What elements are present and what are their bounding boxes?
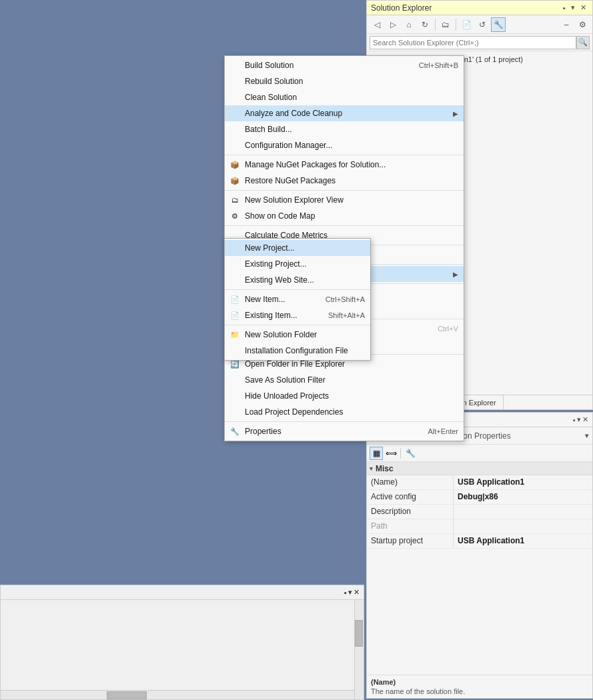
existing-project-label: Existing Project... bbox=[245, 259, 307, 269]
bottom-close[interactable]: ✕ bbox=[354, 588, 360, 597]
home-btn[interactable]: ⌂ bbox=[402, 17, 416, 32]
menu-hide-unloaded[interactable]: Hide Unloaded Projects bbox=[225, 388, 464, 404]
scrollbar-vertical[interactable] bbox=[354, 600, 364, 699]
existing-item-shortcut: Shift+Alt+A bbox=[308, 311, 365, 319]
toolbar-separator bbox=[435, 19, 436, 31]
menu-new-project[interactable]: New Project... bbox=[225, 240, 370, 256]
menu-rebuild-solution[interactable]: Rebuild Solution bbox=[225, 73, 464, 89]
prop-key-startup: Startup project bbox=[367, 534, 454, 548]
add-sep1 bbox=[225, 289, 370, 290]
menu-config-manager[interactable]: Configuration Manager... bbox=[225, 137, 464, 153]
scrollbar-thumb-h bbox=[107, 691, 147, 699]
menu-restore-nuget[interactable]: 📦 Restore NuGet Packages bbox=[225, 173, 464, 189]
menu-load-deps[interactable]: Load Project Dependencies bbox=[225, 404, 464, 420]
solution-explorer-title: Solution Explorer bbox=[371, 3, 432, 13]
close-icon[interactable]: ✕ bbox=[578, 3, 588, 12]
menu-manage-nuget[interactable]: 📦 Manage NuGet Packages for Solution... bbox=[225, 157, 464, 173]
prop-value-path bbox=[454, 519, 592, 533]
solution-explorer-titlebar: Solution Explorer ▪ ▾ ✕ bbox=[367, 1, 592, 15]
titlebar-controls: ▪ ▾ ✕ bbox=[561, 3, 588, 12]
prop-row-startup: Startup project USB Application1 bbox=[367, 534, 592, 549]
config-label: Configuration Manager... bbox=[245, 141, 332, 150]
menu-new-solution-folder[interactable]: 📁 New Solution Folder bbox=[225, 327, 370, 343]
props-footer-desc: The name of the solution file. bbox=[371, 687, 588, 695]
new-item-shortcut: Ctrl+Shift+A bbox=[306, 295, 365, 303]
code-map-label: Show on Code Map bbox=[245, 211, 315, 221]
restore-nuget-icon: 📦 bbox=[229, 175, 241, 187]
existing-website-label: Existing Web Site... bbox=[245, 275, 314, 285]
menu-save-filter[interactable]: Save As Solution Filter bbox=[225, 372, 464, 388]
menu-batch-build[interactable]: Batch Build... bbox=[225, 121, 464, 137]
props-pin-icon[interactable]: ▪ bbox=[573, 416, 576, 424]
props-alpha-btn[interactable]: ⟺ bbox=[384, 447, 398, 460]
sep1 bbox=[225, 155, 464, 155]
prop-value-name: USB Application1 bbox=[454, 475, 592, 489]
menu-new-solution-view[interactable]: 🗂 New Solution Explorer View bbox=[225, 192, 464, 208]
nuget-icon: 📦 bbox=[229, 159, 241, 171]
menu-existing-website[interactable]: Existing Web Site... bbox=[225, 272, 370, 288]
properties-btn[interactable]: 🔧 bbox=[491, 17, 506, 32]
prop-row-name: (Name) USB Application1 bbox=[367, 475, 592, 490]
props-dropdown-arrow[interactable]: ▾ bbox=[585, 432, 588, 439]
prop-value-desc bbox=[454, 505, 592, 519]
search-input[interactable] bbox=[370, 36, 576, 49]
pin-icon[interactable]: ▪ bbox=[561, 4, 568, 12]
existing-item-icon: 📄 bbox=[229, 309, 241, 321]
scrollbar-horizontal[interactable] bbox=[1, 690, 354, 699]
install-config-label: Installation Configuration File bbox=[245, 346, 348, 355]
hide-label: Hide Unloaded Projects bbox=[245, 391, 329, 401]
filter-label: Save As Solution Filter bbox=[245, 375, 326, 385]
new-solution-view-btn[interactable]: 🗂 bbox=[438, 17, 453, 32]
load-label: Load Project Dependencies bbox=[245, 407, 343, 417]
misc-section-label: Misc bbox=[376, 464, 394, 473]
dropdown-icon[interactable]: ▾ bbox=[569, 3, 577, 12]
prop-value-startup: USB Application1 bbox=[454, 534, 592, 548]
prop-row-path: Path bbox=[367, 519, 592, 534]
new-view-label: New Solution Explorer View bbox=[245, 195, 344, 205]
prop-key-path: Path bbox=[367, 519, 454, 533]
refresh-btn[interactable]: ↺ bbox=[475, 17, 490, 32]
prop-row-config: Active config Debug|x86 bbox=[367, 490, 592, 505]
back-btn[interactable]: ◁ bbox=[370, 17, 384, 32]
bottom-panel: . ▪ ▾ ✕ bbox=[0, 585, 364, 700]
menu-existing-project[interactable]: Existing Project... bbox=[225, 256, 370, 272]
props-table: ▾ Misc (Name) USB Application1 Active co… bbox=[367, 462, 592, 675]
bottom-content bbox=[1, 600, 364, 699]
menu-existing-item[interactable]: 📄 Existing Item... Shift+Alt+A bbox=[225, 307, 370, 323]
properties-menu-icon: 🔧 bbox=[229, 425, 241, 437]
props-close-icon[interactable]: ✕ bbox=[582, 415, 588, 424]
menu-new-item[interactable]: 📄 New Item... Ctrl+Shift+A bbox=[225, 291, 370, 307]
props-dropdown-icon[interactable]: ▾ bbox=[577, 415, 581, 424]
restore-nuget-label: Restore NuGet Packages bbox=[245, 176, 336, 185]
scrollbar-thumb-v bbox=[355, 620, 363, 647]
props-grid-btn[interactable]: ▦ bbox=[370, 447, 383, 460]
properties-label: Properties bbox=[245, 427, 281, 436]
titlebar-left: Solution Explorer bbox=[371, 3, 432, 13]
menu-analyze-cleanup[interactable]: Analyze and Code Cleanup ▶ bbox=[225, 105, 464, 121]
search-button[interactable]: 🔍 bbox=[576, 36, 590, 49]
props-pages-btn[interactable]: 🔧 bbox=[404, 447, 417, 460]
rebuild-label: Rebuild Solution bbox=[245, 77, 303, 86]
prop-value-config: Debug|x86 bbox=[454, 490, 592, 504]
new-folder-label: New Solution Folder bbox=[245, 330, 317, 339]
minimize-btn[interactable]: – bbox=[559, 17, 574, 32]
menu-install-config[interactable]: Installation Configuration File bbox=[225, 343, 370, 359]
analyze-label: Analyze and Code Cleanup bbox=[245, 109, 342, 118]
toolbar-separator2 bbox=[456, 19, 456, 31]
sync-btn[interactable]: ↻ bbox=[418, 17, 432, 32]
manage-nuget-label: Manage NuGet Packages for Solution... bbox=[245, 160, 386, 169]
toolbar-right: – ⚙ bbox=[559, 17, 590, 32]
menu-build-solution[interactable]: Build Solution Ctrl+Shift+B bbox=[225, 57, 464, 73]
menu-clean-solution[interactable]: Clean Solution bbox=[225, 89, 464, 105]
solution-explorer-toolbar: ◁ ▷ ⌂ ↻ 🗂 📄 ↺ 🔧 – ⚙ bbox=[367, 15, 592, 34]
bottom-dropdown[interactable]: ▾ bbox=[348, 588, 352, 597]
menu-properties[interactable]: 🔧 Properties Alt+Enter bbox=[225, 423, 464, 439]
settings-btn[interactable]: ⚙ bbox=[575, 17, 590, 32]
props-footer: (Name) The name of the solution file. bbox=[367, 675, 592, 698]
sep2 bbox=[225, 190, 464, 191]
show-all-files-btn[interactable]: 📄 bbox=[459, 17, 474, 32]
forward-btn[interactable]: ▷ bbox=[386, 17, 400, 32]
bottom-pin[interactable]: ▪ bbox=[344, 589, 347, 597]
menu-show-code-map[interactable]: ⚙ Show on Code Map bbox=[225, 208, 464, 224]
props-toolbar-sep bbox=[400, 448, 401, 459]
